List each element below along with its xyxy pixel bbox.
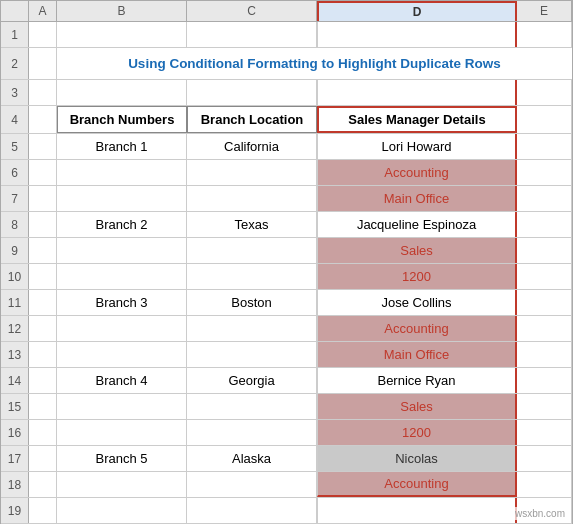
row-num: 8 (1, 212, 29, 237)
cell-c7 (187, 186, 317, 211)
cell-e13 (517, 342, 572, 367)
table-row: 12 Accounting (1, 316, 572, 342)
col-header-d: D (317, 1, 517, 21)
cell-a11 (29, 290, 57, 315)
cell-a4 (29, 106, 57, 133)
cell-c13 (187, 342, 317, 367)
cell-d18: Accounting (317, 472, 517, 497)
row-num: 18 (1, 472, 29, 497)
column-headers: A B C D E (1, 1, 572, 22)
row-num: 17 (1, 446, 29, 471)
cell-d3 (317, 80, 517, 105)
cell-e5 (517, 134, 572, 159)
cell-a19 (29, 498, 57, 523)
spreadsheet: A B C D E 1 2 Using Conditional Formatti… (0, 0, 573, 524)
spreadsheet-title: Using Conditional Formatting to Highligh… (57, 48, 572, 79)
cell-d12: Accounting (317, 316, 517, 341)
title-row: 2 Using Conditional Formatting to Highli… (1, 48, 572, 80)
row-num: 6 (1, 160, 29, 185)
cell-c17: Alaska (187, 446, 317, 471)
cell-d1 (317, 22, 517, 47)
table-row: 6 Accounting (1, 160, 572, 186)
cell-e10 (517, 264, 572, 289)
table-row: 3 (1, 80, 572, 106)
row-num: 19 (1, 498, 29, 523)
cell-c1 (187, 22, 317, 47)
cell-b17: Branch 5 (57, 446, 187, 471)
cell-b10 (57, 264, 187, 289)
watermark: wsxbn.com (512, 507, 568, 520)
cell-a17 (29, 446, 57, 471)
table-row: 17 Branch 5 Alaska Nicolas (1, 446, 572, 472)
cell-d15: Sales (317, 394, 517, 419)
cell-d8: Jacqueline Espinoza (317, 212, 517, 237)
row-num: 9 (1, 238, 29, 263)
branch-numbers-header: Branch Numbers (57, 106, 187, 133)
cell-c11: Boston (187, 290, 317, 315)
cell-e17 (517, 446, 572, 471)
row-num: 12 (1, 316, 29, 341)
cell-d6: Accounting (317, 160, 517, 185)
cell-e8 (517, 212, 572, 237)
cell-e11 (517, 290, 572, 315)
sales-manager-header: Sales Manager Details (317, 106, 517, 133)
cell-a15 (29, 394, 57, 419)
cell-e1 (517, 22, 572, 47)
cell-a7 (29, 186, 57, 211)
cell-e9 (517, 238, 572, 263)
cell-d17: Nicolas (317, 446, 517, 471)
cell-b3 (57, 80, 187, 105)
table-row: 7 Main Office (1, 186, 572, 212)
cell-a3 (29, 80, 57, 105)
row-num: 1 (1, 22, 29, 47)
table-row: 16 1200 (1, 420, 572, 446)
cell-b5: Branch 1 (57, 134, 187, 159)
cell-e15 (517, 394, 572, 419)
cell-c8: Texas (187, 212, 317, 237)
cell-e14 (517, 368, 572, 393)
col-header-e: E (517, 1, 572, 21)
cell-d5: Lori Howard (317, 134, 517, 159)
cell-e12 (517, 316, 572, 341)
row-num: 4 (1, 106, 29, 133)
row-num: 5 (1, 134, 29, 159)
cell-a13 (29, 342, 57, 367)
cell-d19 (317, 498, 517, 523)
row-num: 16 (1, 420, 29, 445)
cell-c12 (187, 316, 317, 341)
cell-d9: Sales (317, 238, 517, 263)
cell-b13 (57, 342, 187, 367)
cell-d10: 1200 (317, 264, 517, 289)
table-row: 10 1200 (1, 264, 572, 290)
cell-c15 (187, 394, 317, 419)
row-num: 7 (1, 186, 29, 211)
cell-e3 (517, 80, 572, 105)
cell-b14: Branch 4 (57, 368, 187, 393)
table-row: 1 (1, 22, 572, 48)
table-row: 18 Accounting (1, 472, 572, 498)
header-row: 4 Branch Numbers Branch Location Sales M… (1, 106, 572, 134)
cell-d11: Jose Collins (317, 290, 517, 315)
cell-a14 (29, 368, 57, 393)
cell-a6 (29, 160, 57, 185)
cell-e18 (517, 472, 572, 497)
col-header-c: C (187, 1, 317, 21)
row-num: 3 (1, 80, 29, 105)
col-header-a: A (29, 1, 57, 21)
cell-a9 (29, 238, 57, 263)
cell-c14: Georgia (187, 368, 317, 393)
cell-b16 (57, 420, 187, 445)
table-row: 8 Branch 2 Texas Jacqueline Espinoza (1, 212, 572, 238)
table-row: 15 Sales (1, 394, 572, 420)
cell-b1 (57, 22, 187, 47)
row-num: 15 (1, 394, 29, 419)
cell-e4 (517, 106, 572, 133)
cell-a1 (29, 22, 57, 47)
table-row: 19 (1, 498, 572, 524)
cell-b7 (57, 186, 187, 211)
cell-b8: Branch 2 (57, 212, 187, 237)
cell-b18 (57, 472, 187, 497)
cell-c18 (187, 472, 317, 497)
cell-b15 (57, 394, 187, 419)
cell-c10 (187, 264, 317, 289)
